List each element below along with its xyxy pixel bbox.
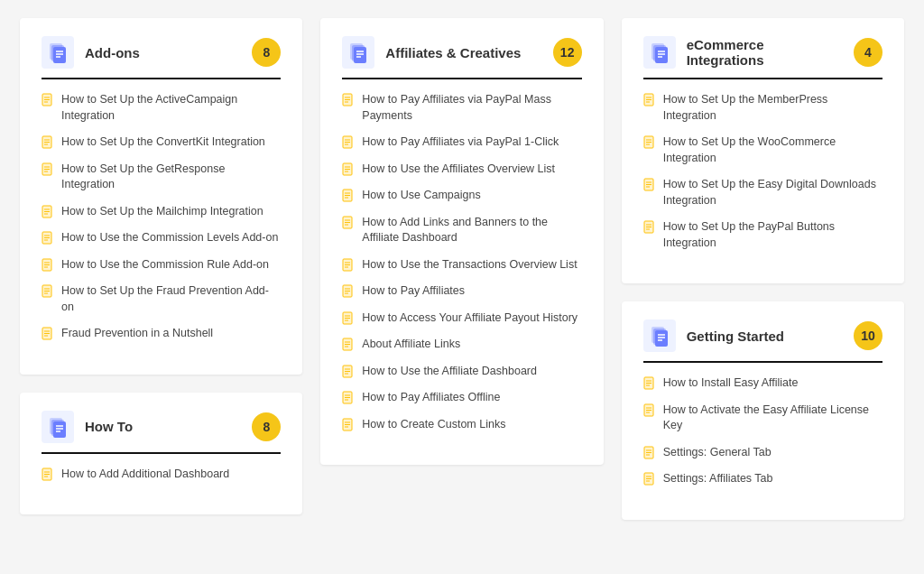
list-item[interactable]: How to Set Up the Fraud Prevention Add-o… <box>42 283 281 315</box>
gettingstarted-list: How to Install Easy Affiliate How to Act… <box>643 375 882 487</box>
ecommerce-card: eCommerce Integrations 4 How to Set Up t… <box>622 18 904 283</box>
affiliates-divider <box>342 78 581 79</box>
affiliates-list: How to Pay Affiliates via PayPal Mass Pa… <box>342 92 581 432</box>
main-grid: Add-ons 8 How to Set Up the ActiveCampai… <box>20 18 904 520</box>
doc-icon <box>342 135 355 150</box>
ecommerce-header: eCommerce Integrations 4 <box>643 36 882 69</box>
list-item[interactable]: Settings: General Tab <box>643 445 882 461</box>
doc-icon <box>42 162 54 177</box>
doc-icon <box>643 93 656 107</box>
list-item[interactable]: How to Set Up the ActiveCampaign Integra… <box>42 92 281 124</box>
affiliates-card: Affiliates & Creatives 12 How to Pay Aff… <box>320 18 603 465</box>
doc-icon <box>42 258 54 273</box>
gettingstarted-header: Getting Started 10 <box>643 319 882 352</box>
doc-icon <box>643 178 656 192</box>
doc-icon <box>42 284 54 299</box>
howto-header: How To 8 <box>42 411 281 443</box>
howto-list: How to Add Additional Dashboard <box>42 467 281 483</box>
affiliates-title: Affiliates & Creatives <box>385 45 541 60</box>
list-item[interactable]: How to Set Up the Mailchimp Integration <box>42 204 281 220</box>
doc-icon <box>342 258 355 273</box>
addons-list: How to Set Up the ActiveCampaign Integra… <box>42 92 281 342</box>
addons-badge: 8 <box>252 38 281 67</box>
list-item[interactable]: How to Pay Affiliates via PayPal 1-Click <box>342 134 581 151</box>
list-item[interactable]: How to Set Up the MemberPress Integratio… <box>643 92 882 124</box>
doc-icon <box>342 311 355 326</box>
howto-icon <box>42 411 74 443</box>
doc-icon <box>42 327 54 341</box>
doc-icon <box>643 446 656 460</box>
doc-icon <box>342 418 355 432</box>
list-item[interactable]: How to Set Up the WooCommerce Integratio… <box>643 134 882 166</box>
doc-icon <box>643 376 656 391</box>
addons-icon <box>42 36 74 69</box>
list-item[interactable]: Fraud Prevention in a Nutshell <box>42 326 281 342</box>
list-item[interactable]: How to Set Up the Easy Digital Downloads… <box>643 177 882 208</box>
ecommerce-title: eCommerce Integrations <box>687 37 843 68</box>
ecommerce-badge: 4 <box>854 38 882 67</box>
doc-icon <box>42 231 54 245</box>
gettingstarted-badge: 10 <box>854 321 882 350</box>
doc-icon <box>342 93 355 107</box>
doc-icon <box>42 205 54 219</box>
svg-rect-53 <box>354 47 366 63</box>
howto-badge: 8 <box>252 412 281 441</box>
doc-icon <box>42 135 54 150</box>
list-item[interactable]: How to Pay Affiliates <box>342 283 581 300</box>
doc-icon <box>643 135 656 150</box>
doc-icon <box>342 365 355 379</box>
doc-icon <box>643 403 656 418</box>
doc-icon <box>643 220 656 235</box>
list-item[interactable]: How to Use the Commission Rule Add-on <box>42 257 281 273</box>
list-item[interactable]: How to Use the Transactions Overview Lis… <box>342 257 581 273</box>
list-item[interactable]: How to Pay Affiliates Offline <box>342 390 581 406</box>
doc-icon <box>342 162 355 177</box>
list-item[interactable]: Settings: Affiliates Tab <box>643 471 882 487</box>
list-item[interactable]: How to Activate the Easy Affiliate Licen… <box>643 403 882 434</box>
list-item[interactable]: How to Access Your Affiliate Payout Hist… <box>342 310 581 327</box>
list-item[interactable]: How to Add Additional Dashboard <box>42 467 281 483</box>
affiliates-icon <box>342 36 374 69</box>
list-item[interactable]: How to Set Up the PayPal Buttons Integra… <box>643 219 882 251</box>
doc-icon <box>42 468 54 482</box>
list-item[interactable]: How to Pay Affiliates via PayPal Mass Pa… <box>342 92 581 124</box>
doc-icon <box>342 338 355 352</box>
howto-card: How To 8 How to Add Additional Dashboard <box>20 393 302 515</box>
left-column: Add-ons 8 How to Set Up the ActiveCampai… <box>20 18 302 520</box>
list-item[interactable]: How to Add Links and Banners to the Affi… <box>342 215 581 246</box>
affiliates-badge: 12 <box>553 38 582 67</box>
gettingstarted-icon <box>643 319 676 352</box>
list-item[interactable]: How to Use the Affiliate Dashboard <box>342 364 581 380</box>
addons-header: Add-ons 8 <box>42 36 281 69</box>
svg-rect-42 <box>53 421 66 438</box>
middle-column: Affiliates & Creatives 12 How to Pay Aff… <box>320 18 603 520</box>
gettingstarted-divider <box>643 361 882 363</box>
addons-card: Add-ons 8 How to Set Up the ActiveCampai… <box>20 18 302 375</box>
list-item[interactable]: How to Set Up the GetResponse Integratio… <box>42 162 281 193</box>
list-item[interactable]: How to Use the Affiliates Overview List <box>342 162 581 178</box>
list-item[interactable]: How to Create Custom Links <box>342 417 581 433</box>
addons-title: Add-ons <box>85 45 241 60</box>
list-item[interactable]: How to Use the Commission Levels Add-on <box>42 230 281 246</box>
doc-icon <box>42 93 54 107</box>
addons-divider <box>42 78 281 79</box>
svg-rect-131 <box>655 330 668 347</box>
list-item[interactable]: How to Use Campaigns <box>342 188 581 204</box>
right-column: eCommerce Integrations 4 How to Set Up t… <box>622 18 904 520</box>
ecommerce-list: How to Set Up the MemberPress Integratio… <box>643 92 882 251</box>
doc-icon <box>342 284 355 299</box>
gettingstarted-title: Getting Started <box>687 329 843 344</box>
svg-rect-3 <box>53 47 66 63</box>
affiliates-header: Affiliates & Creatives 12 <box>342 36 581 69</box>
doc-icon <box>342 189 355 203</box>
doc-icon <box>342 391 355 405</box>
ecommerce-divider <box>643 78 882 79</box>
list-item[interactable]: How to Set Up the ConvertKit Integration <box>42 134 281 151</box>
howto-title: How To <box>85 419 241 434</box>
doc-icon <box>342 216 355 230</box>
svg-rect-108 <box>655 47 668 63</box>
doc-icon <box>643 472 656 486</box>
list-item[interactable]: How to Install Easy Affiliate <box>643 375 882 392</box>
list-item[interactable]: About Affiliate Links <box>342 337 581 353</box>
ecommerce-icon <box>643 36 676 69</box>
